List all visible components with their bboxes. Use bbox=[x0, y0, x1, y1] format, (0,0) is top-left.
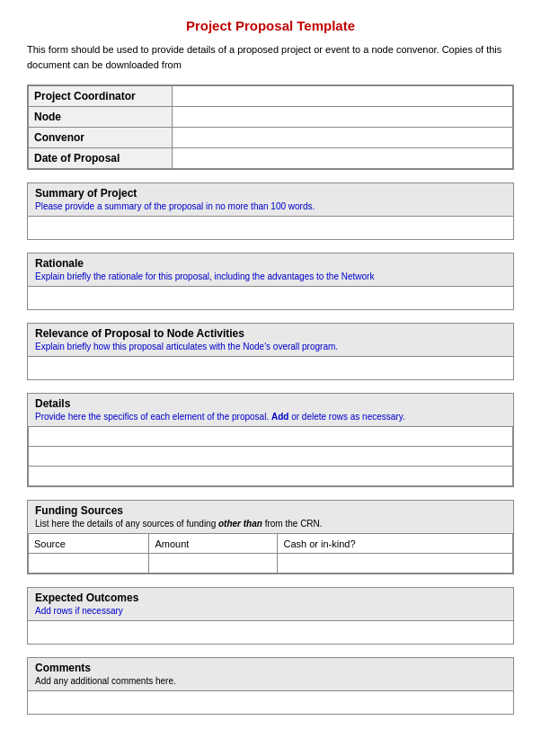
intro-text: This form should be used to provide deta… bbox=[27, 42, 514, 72]
table-row: Date of Proposal bbox=[29, 148, 513, 169]
funding-sub: List here the details of any sources of … bbox=[35, 519, 323, 529]
outcomes-section: Expected Outcomes Add rows if necessary bbox=[27, 587, 514, 645]
comments-section: Comments Add any additional comments her… bbox=[27, 657, 514, 715]
table-row: Node bbox=[29, 107, 513, 128]
rationale-header: Rationale Explain briefly the rationale … bbox=[28, 253, 513, 286]
relevance-section: Relevance of Proposal to Node Activities… bbox=[27, 323, 514, 380]
outcomes-text-area[interactable] bbox=[28, 620, 513, 644]
date-of-proposal-value[interactable] bbox=[173, 148, 513, 169]
funding-section: Funding Sources List here the details of… bbox=[27, 500, 514, 574]
comments-sub: Add any additional comments here. bbox=[35, 676, 176, 686]
funding-source-header: Source bbox=[29, 534, 149, 554]
funding-cash-header: Cash or in-kind? bbox=[278, 534, 513, 554]
relevance-header: Relevance of Proposal to Node Activities… bbox=[28, 324, 513, 356]
project-coordinator-label: Project Coordinator bbox=[29, 86, 173, 107]
table-row bbox=[29, 554, 513, 574]
funding-source-value[interactable] bbox=[29, 554, 149, 574]
project-coordinator-value[interactable] bbox=[173, 86, 513, 107]
table-row: Project Coordinator bbox=[29, 86, 513, 107]
table-row bbox=[29, 427, 513, 447]
relevance-text-area[interactable] bbox=[28, 356, 513, 379]
node-label: Node bbox=[29, 107, 173, 128]
details-row-2[interactable] bbox=[29, 447, 513, 467]
rationale-sub: Explain briefly the rationale for this p… bbox=[35, 271, 374, 281]
details-section: Details Provide here the specifics of ea… bbox=[27, 393, 514, 487]
comments-header: Comments Add any additional comments her… bbox=[28, 658, 513, 690]
outcomes-sub: Add rows if necessary bbox=[35, 606, 123, 616]
table-row: Convenor bbox=[29, 128, 513, 148]
relevance-sub: Explain briefly how this proposal articu… bbox=[35, 342, 338, 351]
summary-text-area[interactable] bbox=[28, 216, 513, 239]
comments-text-area[interactable] bbox=[28, 690, 513, 714]
table-row bbox=[29, 447, 513, 467]
node-value[interactable] bbox=[173, 107, 513, 128]
outcomes-header: Expected Outcomes Add rows if necessary bbox=[28, 588, 513, 620]
details-header: Details Provide here the specifics of ea… bbox=[28, 394, 513, 426]
table-row: Source Amount Cash or in-kind? bbox=[29, 534, 513, 554]
info-table: Project Coordinator Node Convenor Date o… bbox=[28, 85, 513, 169]
funding-amount-header: Amount bbox=[149, 534, 278, 554]
summary-header: Summary of Project Please provide a summ… bbox=[28, 183, 513, 216]
page-title: Project Proposal Template bbox=[27, 18, 514, 33]
convenor-value[interactable] bbox=[173, 128, 513, 148]
date-of-proposal-label: Date of Proposal bbox=[29, 148, 173, 169]
funding-amount-value[interactable] bbox=[149, 554, 278, 574]
rationale-section: Rationale Explain briefly the rationale … bbox=[27, 253, 514, 310]
details-table bbox=[28, 426, 513, 486]
details-row-1[interactable] bbox=[29, 427, 513, 447]
summary-section: Summary of Project Please provide a summ… bbox=[27, 182, 514, 240]
details-sub: Provide here the specifics of each eleme… bbox=[35, 412, 405, 422]
funding-cash-value[interactable] bbox=[278, 554, 513, 574]
funding-header: Funding Sources List here the details of… bbox=[28, 501, 513, 533]
funding-table: Source Amount Cash or in-kind? bbox=[28, 533, 513, 574]
rationale-text-area[interactable] bbox=[28, 286, 513, 309]
convenor-label: Convenor bbox=[29, 128, 173, 148]
info-section: Project Coordinator Node Convenor Date o… bbox=[27, 84, 514, 170]
summary-sub: Please provide a summary of the proposal… bbox=[35, 201, 315, 211]
table-row bbox=[29, 467, 513, 486]
details-row-3[interactable] bbox=[29, 467, 513, 486]
